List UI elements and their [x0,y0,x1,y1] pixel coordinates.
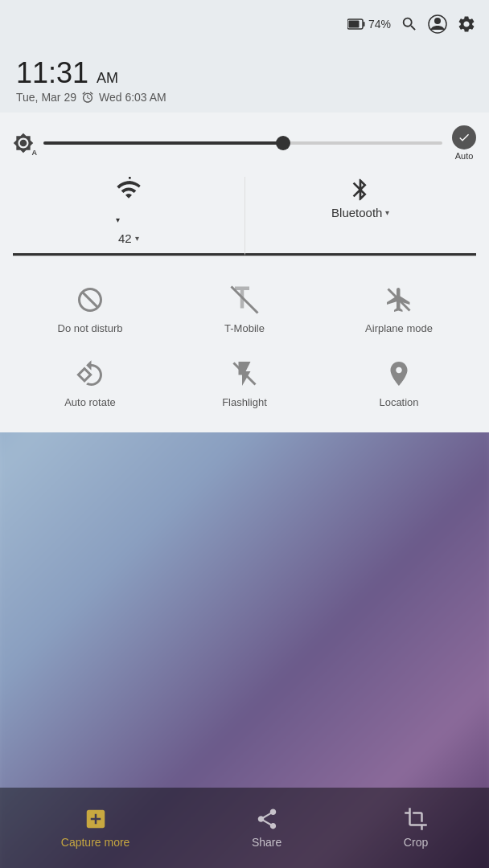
auto-brightness-button[interactable]: Auto [452,125,476,161]
tile-auto-rotate[interactable]: Auto rotate [13,346,167,420]
wifi-icon: ▾ [116,177,142,228]
bluetooth-label: Bluetooth ▾ [331,206,389,219]
user-icon[interactable] [428,14,447,34]
ampm-value: AM [97,70,118,86]
t-mobile-icon [228,284,261,316]
auto-rotate-label: Auto rotate [64,396,116,409]
location-label: Location [379,396,418,409]
tile-airplane-mode[interactable]: Airplane mode [322,272,476,346]
date-display: Tue, Mar 29 Wed 6:03 AM [16,91,473,104]
battery-icon [347,18,365,30]
crop-button[interactable]: Crop [404,807,428,849]
date-value: Tue, Mar 29 [16,91,76,104]
airplane-mode-icon [383,284,415,316]
do-not-disturb-icon [74,284,106,316]
bluetooth-icon [347,177,373,203]
t-mobile-label: T-Mobile [224,322,265,335]
quick-tiles-grid: Do not disturb T-Mobile Airplane mode [13,272,476,420]
status-bar: 74% [0,0,489,48]
time-display: 11:31 AM [16,57,473,89]
bluetooth-text: Bluetooth [331,206,382,219]
capture-more-icon [84,807,108,831]
bottom-toolbar: Capture more Share Crop [0,788,489,868]
capture-more-label: Capture more [61,836,130,849]
wifi-connection[interactable]: ▾ 42 ▾ [13,177,245,256]
time-value: 11:31 [16,56,88,89]
share-icon [255,807,279,831]
crop-label: Crop [404,836,428,849]
wifi-network-id: 42 [118,231,132,245]
alarm-time: Wed 6:03 AM [99,91,166,104]
search-icon[interactable] [401,15,418,33]
location-icon [383,358,415,390]
svg-point-3 [434,18,441,24]
time-area: 11:31 AM Tue, Mar 29 Wed 6:03 AM [0,48,489,113]
battery-info: 74% [347,18,391,31]
settings-icon[interactable] [457,14,476,34]
battery-percent: 74% [368,18,391,31]
svg-marker-5 [129,181,131,183]
notification-panel: A Auto ▾ [0,113,489,432]
tile-flashlight[interactable]: Flashlight [167,346,322,420]
airplane-mode-label: Airplane mode [365,322,433,335]
flashlight-icon [228,358,261,390]
share-button[interactable]: Share [252,807,281,849]
capture-more-button[interactable]: Capture more [61,807,130,849]
share-label: Share [252,836,281,849]
connection-row: ▾ 42 ▾ Bluetooth ▾ [13,177,476,256]
crop-icon [404,807,428,831]
auto-label: Auto [455,151,474,161]
svg-rect-1 [363,22,364,27]
flashlight-label: Flashlight [222,396,267,409]
wifi-dropdown-arrow: ▾ [135,234,139,243]
bluetooth-connection[interactable]: Bluetooth ▾ [245,177,477,256]
alarm-icon [81,91,94,104]
brightness-icon: A [13,133,34,154]
brightness-row: A Auto [13,125,476,161]
auto-rotate-icon [74,358,106,390]
do-not-disturb-label: Do not disturb [58,322,123,335]
brightness-slider[interactable] [43,135,442,151]
svg-marker-6 [129,177,131,179]
tile-t-mobile[interactable]: T-Mobile [167,272,322,346]
tile-do-not-disturb[interactable]: Do not disturb [13,272,167,346]
tile-location[interactable]: Location [322,346,476,420]
svg-rect-2 [348,21,359,28]
wifi-label: 42 ▾ [118,231,139,245]
bluetooth-dropdown-arrow: ▾ [385,208,389,217]
